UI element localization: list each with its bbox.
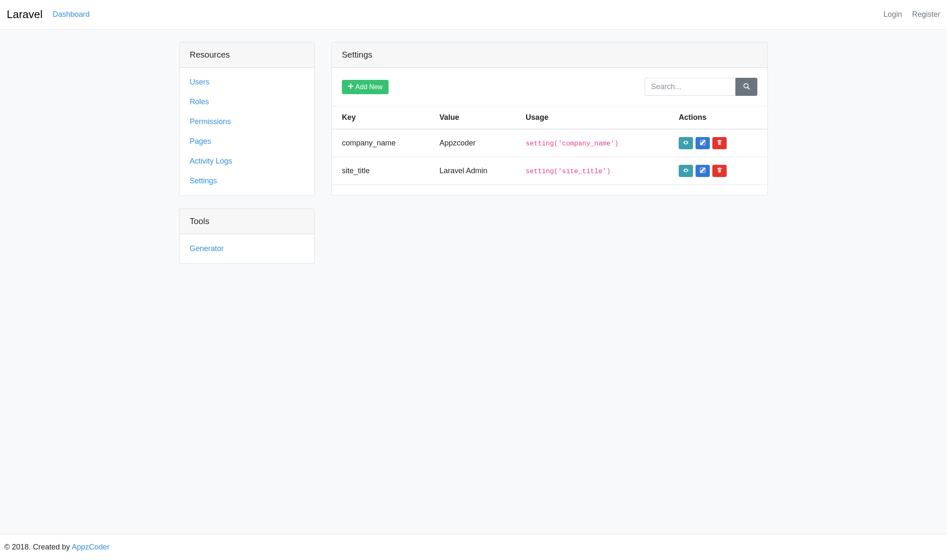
footer-text: © 2018. Created by <box>4 543 71 551</box>
table-row: company_name Appzcoder setting('company_… <box>332 129 767 157</box>
tools-list: Generator <box>190 244 304 253</box>
sidebar: Resources Users Roles Permissions Pages … <box>179 42 315 276</box>
search-icon <box>743 83 750 91</box>
cell-actions <box>674 129 767 157</box>
main: Settings Add New <box>331 42 768 276</box>
cell-usage: setting('site_title') <box>521 157 674 185</box>
sidebar-item-roles[interactable]: Roles <box>190 98 209 106</box>
search-input[interactable] <box>645 78 735 96</box>
col-usage: Usage <box>521 106 674 129</box>
resources-title: Resources <box>180 42 314 68</box>
search-button[interactable] <box>735 78 757 96</box>
navbar: Laravel Dashboard Login Register <box>0 0 947 29</box>
cell-usage: setting('company_name') <box>521 129 674 157</box>
plus-icon <box>348 83 354 91</box>
sidebar-item-activity-logs[interactable]: Activity Logs <box>190 157 232 165</box>
svg-line-1 <box>748 87 749 89</box>
cell-value: Laravel Admin <box>434 157 521 185</box>
resources-card: Resources Users Roles Permissions Pages … <box>179 42 315 196</box>
trash-icon <box>717 140 722 147</box>
col-actions: Actions <box>674 106 767 129</box>
eye-icon <box>683 167 689 174</box>
delete-button[interactable] <box>712 165 727 177</box>
brand-link[interactable]: Laravel <box>7 8 42 21</box>
settings-card: Settings Add New <box>331 42 768 195</box>
add-new-button[interactable]: Add New <box>342 80 389 94</box>
table-row: site_title Laravel Admin setting('site_t… <box>332 157 767 185</box>
add-new-label: Add New <box>355 83 383 91</box>
sidebar-item-generator[interactable]: Generator <box>190 244 224 253</box>
sidebar-item-pages[interactable]: Pages <box>190 137 211 145</box>
sidebar-item-permissions[interactable]: Permissions <box>190 117 231 126</box>
svg-point-4 <box>685 170 687 171</box>
cell-value: Appzcoder <box>434 129 521 157</box>
resources-list: Users Roles Permissions Pages Activity L… <box>190 78 304 185</box>
tools-title: Tools <box>180 209 314 234</box>
edit-icon <box>700 167 706 174</box>
settings-table: Key Value Usage Actions company_name App… <box>332 106 767 185</box>
cell-key: site_title <box>332 157 434 185</box>
search-group <box>645 78 757 96</box>
edit-button[interactable] <box>696 137 710 149</box>
col-key: Key <box>332 106 434 129</box>
cell-key: company_name <box>332 129 434 157</box>
cell-actions <box>674 157 767 185</box>
sidebar-item-settings[interactable]: Settings <box>190 177 217 185</box>
delete-button[interactable] <box>712 137 727 149</box>
edit-button[interactable] <box>696 165 710 177</box>
eye-icon <box>683 140 689 147</box>
nav-register[interactable]: Register <box>912 10 940 19</box>
nav-login[interactable]: Login <box>884 10 902 19</box>
footer-link[interactable]: AppzCoder <box>71 543 109 551</box>
view-button[interactable] <box>679 165 693 177</box>
edit-icon <box>700 140 706 147</box>
tools-card: Tools Generator <box>179 209 315 264</box>
view-button[interactable] <box>679 137 693 149</box>
nav-dashboard[interactable]: Dashboard <box>53 10 90 19</box>
page-title: Settings <box>332 42 767 68</box>
toolbar: Add New <box>332 78 767 106</box>
footer: © 2018. Created by AppzCoder <box>0 534 947 560</box>
sidebar-item-users[interactable]: Users <box>190 78 209 86</box>
col-value: Value <box>434 106 521 129</box>
svg-point-2 <box>685 142 687 143</box>
trash-icon <box>717 167 722 174</box>
